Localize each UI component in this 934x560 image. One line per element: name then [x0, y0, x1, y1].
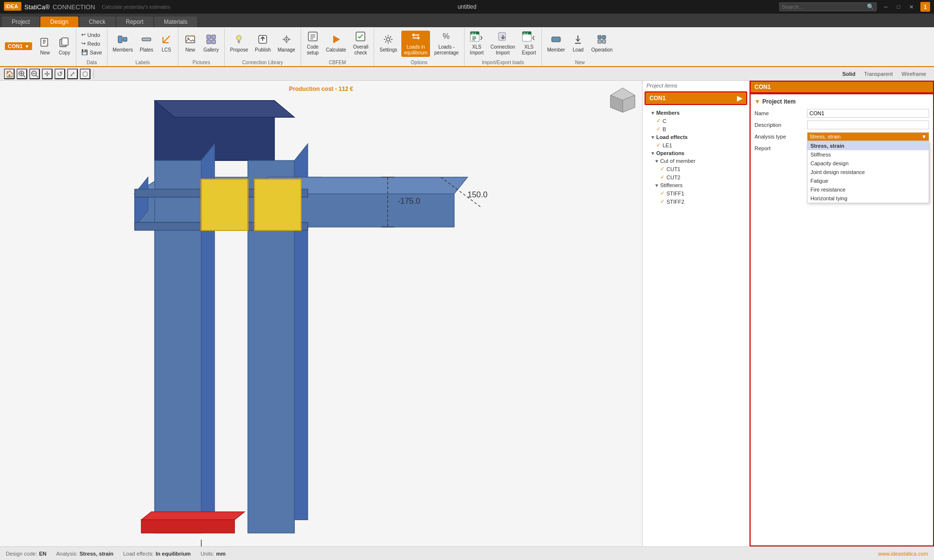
svg-rect-21	[212, 40, 216, 44]
analysis-type-select[interactable]: Stress, strain ▼	[807, 132, 929, 141]
undo-icon: ↩	[81, 32, 86, 38]
members-btn[interactable]: Members	[110, 31, 136, 57]
operations-expand-icon[interactable]: ▼	[650, 151, 655, 156]
ribbon-group-label-pictures: Pictures	[181, 59, 221, 66]
tab-materials[interactable]: Materials	[154, 17, 198, 27]
tree-load-effects[interactable]: ▼ Load effects	[643, 133, 749, 141]
undo-btn[interactable]: ↩ Undo	[79, 31, 104, 39]
xls-import-label: XLSImport	[470, 44, 484, 56]
zoom-in-btn[interactable]	[17, 69, 27, 79]
tree-stiff1[interactable]: ✓ STIFF1	[643, 189, 749, 197]
new-member-btn[interactable]: Member	[545, 31, 568, 57]
tree-con1-item[interactable]: CON1 ▶	[645, 91, 747, 105]
tree-le1[interactable]: ✓ LE1	[643, 141, 749, 149]
members-expand-icon[interactable]: ▼	[650, 110, 655, 116]
redo-btn[interactable]: ↪ Redo	[79, 39, 104, 48]
dropdown-stiffness[interactable]: Stiffness	[808, 150, 929, 159]
dropdown-fire-resistance[interactable]: Fire resistance	[808, 185, 929, 194]
tree-members[interactable]: ▼ Members	[643, 109, 749, 117]
new-operation-btn[interactable]: Operation	[589, 31, 615, 57]
tab-check[interactable]: Check	[79, 17, 115, 27]
description-input[interactable]	[807, 121, 929, 129]
orientation-cube[interactable]	[608, 86, 637, 115]
new-picture-btn[interactable]: + New	[181, 31, 199, 57]
lcs-btn[interactable]: LCS	[158, 31, 175, 57]
svg-rect-55	[602, 35, 606, 39]
loads-percentage-btn[interactable]: % Loads -percentage	[432, 31, 461, 57]
rotate-btn[interactable]: ↺	[54, 69, 65, 79]
wireframe-view-btn[interactable]: Wireframe	[898, 70, 930, 78]
pan-btn[interactable]: ✛	[42, 69, 53, 79]
search-input[interactable]	[782, 4, 867, 10]
svg-line-12	[163, 36, 170, 43]
website-link[interactable]: www.ideastatica.com	[878, 551, 928, 557]
xls-import-btn[interactable]: XLS XLSImport	[467, 31, 486, 57]
analysis-type-value: Stress, strain	[809, 134, 841, 140]
load-effects-expand-icon[interactable]: ▼	[650, 135, 655, 140]
dropdown-fatigue[interactable]: Fatigue	[808, 176, 929, 185]
tree-cut2[interactable]: ✓ CUT2	[643, 173, 749, 181]
units-status: Units: mm	[200, 551, 226, 557]
tree-stiff2[interactable]: ✓ STIFF2	[643, 197, 749, 206]
tree-cut-of-member[interactable]: ▼ Cut of member	[643, 157, 749, 165]
tree-member-b[interactable]: ✓ B	[643, 125, 749, 133]
conn-import-btn[interactable]: ConnectionImport	[488, 31, 518, 57]
home-view-btn[interactable]: 🏠	[4, 69, 15, 79]
tree-cut1[interactable]: ✓ CUT1	[643, 165, 749, 173]
publish-btn[interactable]: Publish	[252, 31, 273, 57]
tab-project[interactable]: Project	[2, 17, 39, 27]
xls-export-btn[interactable]: XLS XLSExport	[520, 31, 539, 57]
dropdown-capacity-design[interactable]: Capacity design	[808, 159, 929, 168]
analysis-type-arrow-icon: ▼	[921, 134, 927, 140]
overallcheck-btn[interactable]: Overallcheck	[351, 31, 371, 57]
tab-report[interactable]: Report	[116, 17, 153, 27]
settings-btn[interactable]: Settings	[377, 31, 399, 57]
dropdown-stress-strain[interactable]: Stress, strain	[808, 141, 929, 150]
production-cost: Production cost - 112 €	[289, 86, 353, 92]
new-connection-btn[interactable]: + New	[36, 33, 54, 59]
gallery-btn[interactable]: Gallery	[201, 31, 221, 57]
manage-btn[interactable]: Manage	[275, 31, 298, 57]
solid-view-btn[interactable]: Solid	[838, 70, 859, 78]
name-input[interactable]	[807, 109, 929, 118]
svg-marker-83	[201, 179, 248, 230]
zoom-out-btn[interactable]	[29, 69, 40, 79]
plates-btn[interactable]: Plates	[137, 31, 156, 57]
codesetup-icon	[307, 31, 318, 43]
design-code-label: Design code:	[6, 551, 37, 557]
load-effects-label: Load effects:	[123, 551, 154, 557]
3d-viewport[interactable]: Production cost - 112 €	[0, 81, 642, 546]
copy-btn[interactable]: Copy	[55, 33, 73, 59]
tree-member-c[interactable]: ✓ C	[643, 117, 749, 125]
close-btn[interactable]: ✕	[906, 2, 916, 11]
restore-btn[interactable]: □	[893, 2, 904, 11]
con1-selector[interactable]: CON1 ▼	[5, 42, 32, 50]
name-label: Name	[754, 110, 803, 116]
search-bar[interactable]: 🔍	[779, 2, 877, 11]
dropdown-horizontal-tying[interactable]: Horizontal tying	[808, 194, 929, 203]
transparent-view-btn[interactable]: Transparent	[860, 70, 897, 78]
ribbon-group-pictures: + New Gallery Pictures	[179, 28, 225, 66]
window-controls[interactable]: ─ □ ✕	[880, 2, 916, 11]
svg-text:+: +	[46, 42, 49, 47]
loads-equilibrium-btn[interactable]: Loads inequilibrium	[401, 31, 430, 57]
app-name: StatiCa®	[24, 3, 50, 11]
codesetup-btn[interactable]: Codesetup	[304, 31, 322, 57]
cut-expand-icon[interactable]: ▼	[654, 158, 659, 164]
save-btn[interactable]: 💾 Save	[79, 48, 104, 56]
fit-btn[interactable]: ⤢	[67, 69, 78, 79]
calculate-btn[interactable]: Calculate	[323, 31, 349, 57]
tree-operations[interactable]: ▼ Operations	[643, 149, 749, 157]
manage-label: Manage	[278, 47, 295, 53]
propose-btn[interactable]: Propose	[228, 31, 251, 57]
members-label: Members	[656, 110, 680, 116]
ribbon-group-label-con1	[5, 64, 73, 66]
minimize-btn[interactable]: ─	[880, 2, 891, 11]
new-load-btn[interactable]: Load	[569, 31, 587, 57]
tree-stiffeners[interactable]: ▼ Stiffeners	[643, 181, 749, 189]
orange-help-btn[interactable]: 1	[920, 2, 930, 12]
dropdown-joint-design[interactable]: Joint design resistance	[808, 168, 929, 176]
stiffeners-expand-icon[interactable]: ▼	[654, 183, 659, 188]
section-btn[interactable]: ⬡	[80, 69, 90, 79]
tab-design[interactable]: Design	[40, 17, 78, 27]
